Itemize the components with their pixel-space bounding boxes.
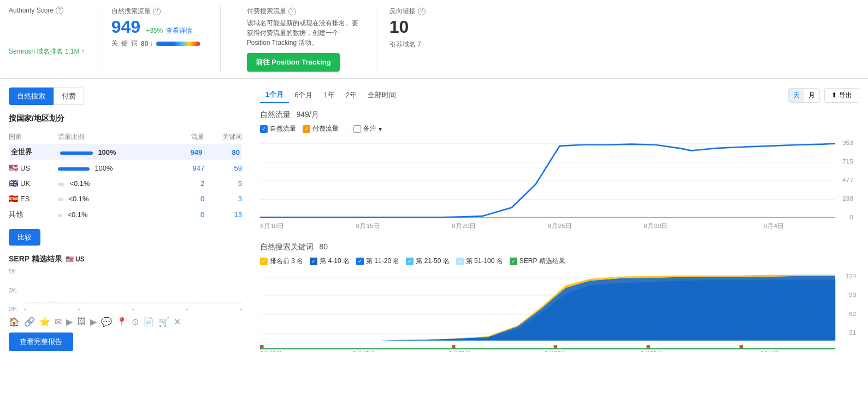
- serp-icon-1: 🏠: [9, 317, 20, 327]
- kw-4-10-check[interactable]: ✓: [310, 258, 317, 265]
- country-section-title: 按国家/地区划分: [9, 114, 242, 124]
- kw-11-20-check[interactable]: ✓: [356, 258, 364, 265]
- kw-21-50-check[interactable]: ✓: [406, 258, 414, 265]
- semrush-rank-arrow: ↑: [81, 48, 85, 55]
- legend-paid-label: 付费流量: [312, 124, 339, 133]
- serp-icon-6: 🖼: [77, 317, 86, 327]
- backlinks-label: 反向链接: [389, 7, 416, 16]
- legend-note-check: [353, 125, 361, 133]
- kw-legend-11-20: ✓ 第 11-20 名: [356, 256, 399, 266]
- view-full-report-button[interactable]: 查看完整报告: [9, 332, 73, 351]
- serp-chart: 5% 3% 0%: [9, 269, 242, 312]
- view-toggle-month[interactable]: 月: [804, 89, 819, 102]
- svg-text:93: 93: [849, 291, 857, 299]
- keyword-value: 80 ↓: [141, 40, 153, 48]
- svg-text:9月4日: 9月4日: [760, 351, 779, 352]
- svg-text:8月20日: 8月20日: [452, 222, 476, 230]
- svg-text:0: 0: [849, 213, 853, 221]
- tab-paid[interactable]: 付费: [54, 88, 84, 105]
- export-icon: ⬆: [831, 91, 837, 99]
- note-chevron-icon: ▾: [379, 125, 382, 133]
- tab-organic[interactable]: 自然搜索: [9, 88, 54, 105]
- time-btn-1year[interactable]: 1年: [318, 88, 340, 102]
- view-toggle: 天 月: [788, 88, 820, 103]
- kw-serp-check[interactable]: ✓: [510, 258, 517, 265]
- svg-text:9月4日: 9月4日: [763, 222, 784, 230]
- authority-score-block: Authority Score ? Semrush 域名排名 1.1M ↑: [9, 7, 98, 72]
- backlinks-block: 反向链接 ? 10 引荐域名 7: [376, 7, 463, 72]
- serp-title: SERP 精选结果 🇺🇸 US: [9, 254, 242, 264]
- paid-search-info-icon[interactable]: ?: [288, 8, 296, 15]
- organic-traffic-change: +35%: [146, 27, 163, 34]
- serp-icon-2: 🔗: [24, 317, 35, 327]
- referring-label: 引荐域名: [389, 40, 416, 48]
- authority-score-info-icon[interactable]: ?: [56, 7, 63, 14]
- keyword-label: 关: [111, 39, 118, 48]
- backlinks-info-icon[interactable]: ?: [418, 8, 426, 15]
- authority-score-label: Authority Score: [9, 7, 54, 14]
- kw-51-100-label: 第 51-100 名: [466, 256, 503, 266]
- organic-traffic-info-icon[interactable]: ?: [153, 8, 161, 15]
- kw-top3-label: 排名前 3 名: [270, 256, 303, 266]
- country-keywords: 59: [204, 160, 242, 176]
- country-traffic-ratio: <0.1%: [58, 206, 174, 223]
- keyword-label3: 词: [131, 39, 138, 48]
- compare-button[interactable]: 比较: [9, 229, 40, 246]
- svg-text:8月25日: 8月25日: [545, 351, 567, 352]
- country-keywords: 13: [204, 206, 242, 223]
- organic-traffic-detail-link[interactable]: 查看详情: [166, 26, 192, 36]
- kw-21-50-label: 第 21-50 名: [416, 256, 449, 266]
- country-traffic-ratio: 100%: [58, 160, 174, 176]
- time-btn-2year[interactable]: 2年: [340, 88, 362, 102]
- legend-organic-check[interactable]: ✓: [260, 125, 268, 133]
- kw-legend-21-50: ✓ 第 21-50 名: [406, 256, 449, 266]
- kw-4-10-label: 第 4-10 名: [320, 256, 350, 266]
- position-tracking-button[interactable]: 前往 Position Tracking: [247, 53, 340, 72]
- table-row: 其他 <0.1% 0 13: [9, 206, 242, 223]
- referring-value[interactable]: 7: [417, 40, 421, 48]
- serp-icons-row: 🏠 🔗 ⭐ ✉ ▶ 🖼 ▶ 💬 📍 ⊙ 📄 🛒 ✕: [9, 317, 242, 327]
- organic-traffic-value: 949: [111, 18, 140, 36]
- table-row: 全世界 100% 949 80: [9, 144, 242, 160]
- country-traffic-ratio: <0.1%: [58, 176, 174, 191]
- table-row: 🇬🇧UK <0.1% 2 5: [9, 176, 242, 191]
- svg-text:8月10日: 8月10日: [260, 222, 284, 230]
- keyword-chart-count: 80: [319, 242, 328, 251]
- svg-text:715: 715: [842, 158, 854, 165]
- keyword-area-chart: 124 93 62 31: [260, 270, 859, 352]
- country-name: 🇪🇸ES: [9, 191, 58, 206]
- keyword-bar: [156, 42, 200, 46]
- serp-icon-9: 📍: [116, 317, 127, 327]
- serp-icon-10: ⊙: [132, 317, 139, 327]
- country-traffic: 0: [174, 206, 205, 223]
- legend-note[interactable]: 备注 ▾: [353, 124, 382, 133]
- time-btn-1month[interactable]: 1个月: [260, 88, 289, 103]
- keyword-chart-section: 自然搜索关键词 80 ✓ 排名前 3 名 ✓ 第 4-10 名 ✓ 第 11-2…: [260, 242, 859, 352]
- semrush-rank-label: Semrush 域名排名: [9, 48, 63, 55]
- organic-chart-title: 自然流量: [260, 110, 291, 119]
- svg-text:477: 477: [842, 176, 853, 184]
- legend-paid: ✓ 付费流量: [303, 124, 339, 133]
- col-keywords: 关键词: [204, 130, 242, 144]
- svg-text:8月30日: 8月30日: [643, 222, 668, 230]
- organic-chart-section: 自然流量 949/月 ✓ 自然流量 ✓ 付费流量 | 备注 ▾: [260, 109, 859, 231]
- search-type-tabs: 自然搜索 付费: [9, 88, 242, 105]
- country-name: 🇺🇸US: [9, 160, 58, 176]
- kw-legend-4-10: ✓ 第 4-10 名: [310, 256, 350, 266]
- col-traffic-ratio: 流量比例: [58, 130, 174, 144]
- kw-legend-row: ✓ 排名前 3 名 ✓ 第 4-10 名 ✓ 第 11-20 名 ✓ 第 21-…: [260, 256, 859, 266]
- country-keywords: 3: [204, 191, 242, 206]
- legend-paid-check[interactable]: ✓: [303, 125, 310, 133]
- time-btn-alltime[interactable]: 全部时间: [362, 88, 401, 102]
- table-row: 🇺🇸US 100% 947 59: [9, 160, 242, 176]
- time-btn-6month[interactable]: 6个月: [289, 88, 318, 102]
- country-traffic: 947: [174, 160, 205, 176]
- kw-serp-label: SERP 精选结果: [519, 256, 565, 266]
- kw-51-100-check[interactable]: ✓: [456, 258, 464, 265]
- view-toggle-day[interactable]: 天: [789, 89, 804, 102]
- kw-top3-check[interactable]: ✓: [260, 258, 268, 265]
- paid-search-desc: 该域名可能是新的或现在没有排名。要获得付费流量的数据，创建一个 Position…: [247, 18, 363, 48]
- semrush-rank-value: 1.1M: [65, 48, 80, 55]
- export-button[interactable]: ⬆ 导出: [824, 88, 859, 103]
- kw-11-20-label: 第 11-20 名: [366, 256, 399, 266]
